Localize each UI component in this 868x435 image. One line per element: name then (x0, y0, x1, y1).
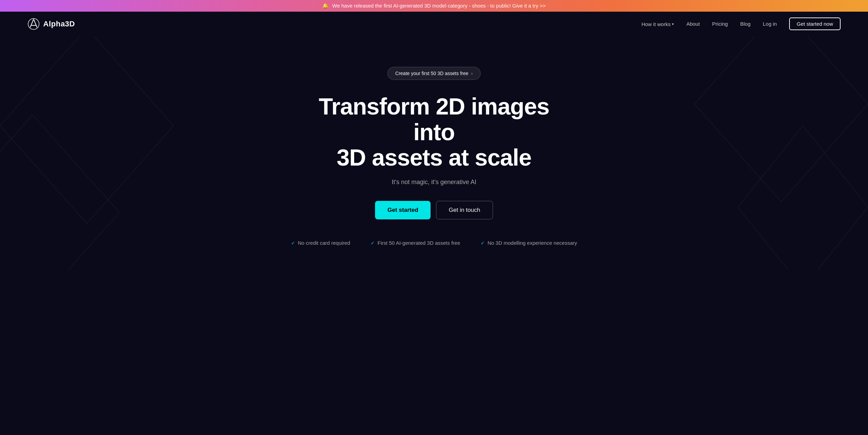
nav-item-about[interactable]: About (686, 21, 700, 27)
hero-headline: Transform 2D images into 3D assets at sc… (314, 94, 554, 170)
hero-subtitle: It's not magic, it's generative AI (392, 179, 477, 186)
cta-pill-arrow-icon: › (471, 71, 473, 76)
get-started-button[interactable]: Get started (375, 201, 431, 219)
cta-buttons: Get started Get in touch (375, 201, 493, 219)
svg-line-1 (30, 19, 34, 27)
bell-icon: 🔔 (322, 3, 329, 9)
nav-link-how-it-works[interactable]: How it works ▾ (641, 21, 674, 27)
check-icon-2: ✓ (371, 240, 375, 246)
svg-marker-7 (738, 126, 868, 269)
svg-point-0 (28, 19, 39, 29)
nav-item-blog[interactable]: Blog (740, 21, 750, 27)
cta-pill-badge[interactable]: Create your first 50 3D assets free › (387, 67, 481, 80)
nav-link-blog[interactable]: Blog (740, 21, 750, 27)
announcement-text: We have released the first AI-generated … (332, 3, 546, 9)
nav-item-how-it-works[interactable]: How it works ▾ (641, 21, 674, 27)
announcement-banner[interactable]: 🔔 We have released the first AI-generate… (0, 0, 868, 12)
logo[interactable]: Alpha3D (27, 18, 75, 30)
nav-links: How it works ▾ About Pricing Blog Log in… (641, 21, 841, 27)
feature-text-1: No credit card required (298, 240, 350, 246)
hero-section: Create your first 50 3D assets free › Tr… (0, 36, 868, 269)
logo-icon (27, 18, 40, 30)
nav-item-get-started[interactable]: Get started now (789, 21, 841, 27)
nav-item-pricing[interactable]: Pricing (712, 21, 728, 27)
svg-line-2 (34, 19, 37, 27)
chevron-down-icon: ▾ (672, 22, 674, 26)
feature-text-3: No 3D modelling experience necessary (487, 240, 577, 246)
svg-marker-5 (0, 115, 119, 269)
navbar: Alpha3D How it works ▾ About Pricing Blo… (0, 12, 868, 36)
nav-link-about[interactable]: About (686, 21, 700, 27)
logo-text: Alpha3D (43, 20, 75, 28)
svg-marker-4 (0, 36, 173, 223)
get-in-touch-button[interactable]: Get in touch (436, 201, 493, 219)
feature-badges: ✓ No credit card required ✓ First 50 AI-… (291, 240, 577, 246)
feature-text-2: First 50 AI-generated 3D assets free (377, 240, 460, 246)
nav-link-pricing[interactable]: Pricing (712, 21, 728, 27)
nav-get-started-button[interactable]: Get started now (789, 17, 841, 30)
feature-no-experience: ✓ No 3D modelling experience necessary (481, 240, 577, 246)
feature-first-50-free: ✓ First 50 AI-generated 3D assets free (371, 240, 460, 246)
hero-headline-line2: 3D assets at scale (337, 144, 531, 170)
nav-item-login[interactable]: Log in (763, 21, 777, 27)
feature-no-credit-card: ✓ No credit card required (291, 240, 350, 246)
cta-pill-text: Create your first 50 3D assets free (395, 71, 468, 76)
hero-headline-line1: Transform 2D images into (319, 93, 550, 145)
svg-marker-6 (695, 36, 868, 202)
nav-link-login[interactable]: Log in (763, 21, 777, 27)
check-icon-1: ✓ (291, 240, 295, 246)
check-icon-3: ✓ (481, 240, 485, 246)
